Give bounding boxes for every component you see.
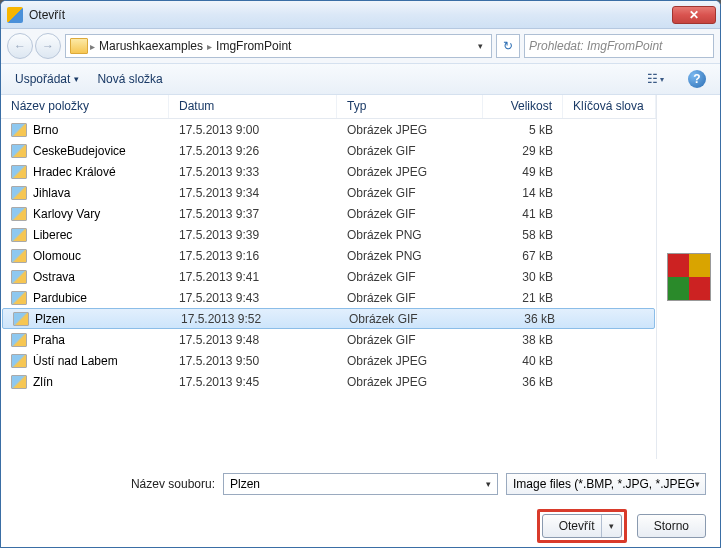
- filter-label: Image files (*.BMP, *.JPG, *.JPEG: [513, 477, 695, 491]
- table-row[interactable]: Zlín17.5.2013 9:45Obrázek JPEG36 kB: [1, 371, 656, 392]
- filename-input[interactable]: Plzen ▾: [223, 473, 498, 495]
- column-name[interactable]: Název položky: [1, 95, 169, 118]
- filter-select[interactable]: Image files (*.BMP, *.JPG, *.JPEG ▾: [506, 473, 706, 495]
- column-size[interactable]: Velikost: [483, 95, 563, 118]
- file-name: Hradec Králové: [33, 165, 116, 179]
- chevron-right-icon: ▸: [207, 41, 212, 52]
- open-button[interactable]: Otevřít ▾: [542, 514, 622, 538]
- organize-button[interactable]: Uspořádat ▾: [15, 72, 79, 86]
- refresh-button[interactable]: ↻: [496, 34, 520, 58]
- table-row[interactable]: Pardubice17.5.2013 9:43Obrázek GIF21 kB: [1, 287, 656, 308]
- view-button[interactable]: ☷▾: [640, 69, 670, 89]
- file-name: Plzen: [35, 312, 65, 326]
- file-date: 17.5.2013 9:00: [169, 123, 337, 137]
- button-row: Otevřít ▾ Storno: [15, 509, 706, 543]
- content-area: Název položky Datum Typ Velikost Klíčová…: [1, 95, 720, 459]
- file-size: 40 kB: [483, 354, 563, 368]
- chevron-down-icon[interactable]: ▾: [601, 515, 621, 537]
- cancel-button[interactable]: Storno: [637, 514, 706, 538]
- chevron-right-icon: ▸: [90, 41, 95, 52]
- search-input[interactable]: Prohledat: ImgFromPoint: [524, 34, 714, 58]
- new-folder-button[interactable]: Nová složka: [97, 72, 162, 86]
- file-name: Ostrava: [33, 270, 75, 284]
- nav-buttons: ← →: [7, 33, 61, 59]
- file-date: 17.5.2013 9:37: [169, 207, 337, 221]
- table-row[interactable]: Praha17.5.2013 9:48Obrázek GIF38 kB: [1, 329, 656, 350]
- folder-icon: [70, 38, 88, 54]
- image-file-icon: [11, 207, 27, 221]
- breadcrumb-item[interactable]: ImgFromPoint: [214, 39, 293, 53]
- file-size: 67 kB: [483, 249, 563, 263]
- file-name: Olomouc: [33, 249, 81, 263]
- file-size: 49 kB: [483, 165, 563, 179]
- file-type: Obrázek GIF: [337, 291, 483, 305]
- file-type: Obrázek JPEG: [337, 375, 483, 389]
- column-keywords[interactable]: Klíčová slova: [563, 95, 656, 118]
- file-name: CeskeBudejovice: [33, 144, 126, 158]
- chevron-down-icon[interactable]: ▾: [474, 41, 487, 51]
- image-file-icon: [11, 270, 27, 284]
- table-row[interactable]: Plzen17.5.2013 9:52Obrázek GIF36 kB: [2, 308, 655, 329]
- file-date: 17.5.2013 9:48: [169, 333, 337, 347]
- column-header: Název položky Datum Typ Velikost Klíčová…: [1, 95, 656, 119]
- file-type: Obrázek JPEG: [337, 165, 483, 179]
- forward-button[interactable]: →: [35, 33, 61, 59]
- refresh-icon: ↻: [503, 39, 513, 53]
- file-date: 17.5.2013 9:26: [169, 144, 337, 158]
- arrow-left-icon: ←: [14, 39, 26, 53]
- table-row[interactable]: Ústí nad Labem17.5.2013 9:50Obrázek JPEG…: [1, 350, 656, 371]
- chevron-down-icon[interactable]: ▾: [486, 479, 491, 489]
- image-file-icon: [11, 249, 27, 263]
- chevron-down-icon: ▾: [695, 479, 700, 489]
- file-size: 14 kB: [483, 186, 563, 200]
- close-icon: ✕: [689, 8, 699, 22]
- file-type: Obrázek GIF: [337, 270, 483, 284]
- file-name: Jihlava: [33, 186, 70, 200]
- titlebar: Otevřít ✕: [1, 1, 720, 29]
- file-size: 41 kB: [483, 207, 563, 221]
- preview-image: [667, 253, 711, 301]
- table-row[interactable]: Jihlava17.5.2013 9:34Obrázek GIF14 kB: [1, 182, 656, 203]
- image-file-icon: [11, 228, 27, 242]
- table-row[interactable]: CeskeBudejovice17.5.2013 9:26Obrázek GIF…: [1, 140, 656, 161]
- window-title: Otevřít: [29, 8, 672, 22]
- file-type: Obrázek GIF: [339, 312, 485, 326]
- column-type[interactable]: Typ: [337, 95, 483, 118]
- image-file-icon: [11, 123, 27, 137]
- file-date: 17.5.2013 9:34: [169, 186, 337, 200]
- table-row[interactable]: Olomouc17.5.2013 9:16Obrázek PNG67 kB: [1, 245, 656, 266]
- table-row[interactable]: Liberec17.5.2013 9:39Obrázek PNG58 kB: [1, 224, 656, 245]
- file-type: Obrázek JPEG: [337, 123, 483, 137]
- close-button[interactable]: ✕: [672, 6, 716, 24]
- search-placeholder: Prohledat: ImgFromPoint: [529, 39, 662, 53]
- open-dialog: Otevřít ✕ ← → ▸ Marushkaexamples ▸ ImgFr…: [0, 0, 721, 548]
- back-button[interactable]: ←: [7, 33, 33, 59]
- table-row[interactable]: Ostrava17.5.2013 9:41Obrázek GIF30 kB: [1, 266, 656, 287]
- file-date: 17.5.2013 9:50: [169, 354, 337, 368]
- open-highlight: Otevřít ▾: [537, 509, 627, 543]
- address-bar[interactable]: ▸ Marushkaexamples ▸ ImgFromPoint ▾: [65, 34, 492, 58]
- image-file-icon: [11, 186, 27, 200]
- file-type: Obrázek GIF: [337, 333, 483, 347]
- breadcrumb-item[interactable]: Marushkaexamples: [97, 39, 205, 53]
- file-name: Pardubice: [33, 291, 87, 305]
- file-type: Obrázek PNG: [337, 249, 483, 263]
- file-size: 21 kB: [483, 291, 563, 305]
- file-name: Praha: [33, 333, 65, 347]
- file-date: 17.5.2013 9:41: [169, 270, 337, 284]
- column-date[interactable]: Datum: [169, 95, 337, 118]
- file-date: 17.5.2013 9:16: [169, 249, 337, 263]
- file-type: Obrázek JPEG: [337, 354, 483, 368]
- filename-label: Název souboru:: [15, 477, 215, 491]
- filename-value: Plzen: [230, 477, 260, 491]
- file-date: 17.5.2013 9:43: [169, 291, 337, 305]
- table-row[interactable]: Hradec Králové17.5.2013 9:33Obrázek JPEG…: [1, 161, 656, 182]
- file-name: Karlovy Vary: [33, 207, 100, 221]
- chevron-down-icon: ▾: [660, 75, 664, 84]
- app-icon: [7, 7, 23, 23]
- table-row[interactable]: Brno17.5.2013 9:00Obrázek JPEG5 kB: [1, 119, 656, 140]
- file-size: 36 kB: [483, 375, 563, 389]
- table-row[interactable]: Karlovy Vary17.5.2013 9:37Obrázek GIF41 …: [1, 203, 656, 224]
- help-button[interactable]: ?: [688, 70, 706, 88]
- help-icon: ?: [693, 72, 700, 86]
